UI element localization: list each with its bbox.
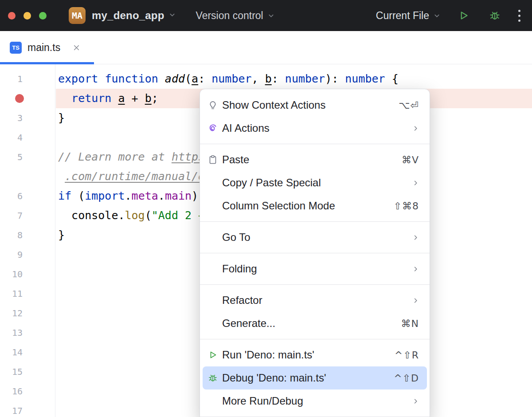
code-token: main (165, 189, 192, 202)
menu-item-column-selection-mode[interactable]: Column Selection Mode⇧⌘8 (200, 194, 430, 217)
breakpoint-icon[interactable] (15, 94, 24, 103)
menu-item-generate[interactable]: Generate...⌘N (200, 312, 430, 335)
menu-item-right: ⌥⏎ (399, 100, 419, 111)
close-window-button[interactable] (8, 12, 16, 20)
menu-item-debug-deno-main-ts[interactable]: Debug 'Deno: main.ts'^⇧D (203, 366, 427, 389)
run-icon (458, 9, 470, 22)
menu-item-shortcut: ⌘N (401, 318, 419, 329)
menu-item-ai-actions[interactable]: AI Actions (200, 117, 430, 140)
menu-item-go-to[interactable]: Go To (200, 226, 430, 249)
ide-window: MA my_deno_app Version control Current F… (0, 0, 532, 417)
menu-item-run-deno-main-ts[interactable]: Run 'Deno: main.ts'^⇧R (200, 343, 430, 366)
line-number[interactable]: 1 (0, 69, 55, 89)
menu-item-right: ^⇧D (394, 373, 419, 384)
code-token: . (158, 189, 165, 202)
code-token: import (85, 189, 125, 202)
menu-item-label: Folding (222, 263, 257, 275)
submenu-chevron-icon (412, 266, 419, 272)
code-token: b (145, 92, 152, 105)
context-menu: Show Context Actions⌥⏎AI ActionsPaste⌘VC… (200, 89, 430, 417)
code-token: b (265, 72, 272, 85)
debug-button[interactable] (487, 8, 502, 23)
run-button[interactable] (456, 8, 471, 23)
submenu-chevron-icon (412, 234, 419, 241)
menu-item-label: Show Context Actions (222, 99, 325, 111)
typescript-file-icon: TS (10, 42, 22, 54)
submenu-chevron-icon (412, 297, 419, 304)
code-token: , (252, 72, 265, 85)
code-token: + (125, 92, 145, 105)
code-line[interactable]: export function add(a: number, b: number… (56, 69, 532, 89)
code-token: ( (71, 189, 85, 202)
line-number[interactable]: 8 (0, 225, 55, 245)
menu-item-show-context-actions[interactable]: Show Context Actions⌥⏎ (200, 94, 430, 117)
gutter[interactable]: 134567891011121314151617 (0, 64, 55, 417)
menu-item-right: ⇧⌘8 (394, 201, 419, 212)
run-configuration-selector[interactable]: Current File (376, 10, 440, 22)
menu-item-shortcut: ⌘V (402, 154, 419, 165)
submenu-chevron-icon (412, 125, 419, 132)
code-token: // Learn more at (58, 150, 172, 163)
line-number[interactable]: 13 (0, 323, 55, 342)
no-icon (207, 177, 219, 189)
no-icon (207, 200, 219, 212)
no-icon (207, 232, 219, 243)
line-number[interactable]: 15 (0, 362, 55, 382)
menu-item-label: More Run/Debug (222, 395, 303, 407)
code-token: } (58, 111, 65, 124)
menu-separator (200, 339, 430, 339)
line-number[interactable]: 4 (0, 128, 55, 147)
debug-icon (207, 372, 219, 384)
menu-item-label: Run 'Deno: main.ts' (222, 349, 314, 361)
line-number[interactable] (0, 89, 55, 108)
more-icon (518, 10, 520, 12)
line-number[interactable] (0, 167, 55, 186)
minimize-window-button[interactable] (23, 12, 31, 20)
menu-item-right: ^⇧R (395, 350, 419, 361)
tab-main-ts[interactable]: TS main.ts (0, 31, 91, 64)
code-token (58, 170, 65, 183)
line-number[interactable]: 12 (0, 303, 55, 323)
maximize-window-button[interactable] (39, 12, 47, 20)
menu-item-label: Refactor (222, 294, 262, 307)
traffic-lights (8, 12, 47, 20)
project-name: my_deno_app (92, 9, 164, 22)
code-token (98, 72, 105, 85)
line-number[interactable]: 6 (0, 186, 55, 206)
line-number[interactable]: 3 (0, 108, 55, 128)
line-number[interactable]: 5 (0, 147, 55, 167)
vcs-selector[interactable]: Version control (196, 10, 274, 22)
close-tab-icon[interactable] (73, 44, 80, 51)
title-bar: MA my_deno_app Version control Current F… (0, 0, 532, 31)
code-token (158, 72, 165, 85)
no-icon (207, 295, 219, 306)
code-token: ): (325, 72, 345, 85)
code-token: } (58, 228, 65, 241)
line-number[interactable]: 16 (0, 382, 55, 401)
debug-icon (489, 9, 501, 22)
project-selector[interactable]: MA my_deno_app (69, 7, 176, 24)
run-configuration-label: Current File (376, 10, 429, 22)
more-actions-button[interactable] (518, 10, 520, 22)
menu-item-right: ⌘N (401, 318, 419, 329)
editor-tab-bar: TS main.ts (0, 31, 532, 64)
menu-item-label: AI Actions (222, 122, 270, 134)
code-token: . (125, 189, 132, 202)
line-number[interactable]: 9 (0, 245, 55, 264)
code-token: number (345, 72, 385, 85)
code-token: return (71, 92, 111, 105)
code-token: log (125, 209, 145, 222)
menu-item-folding[interactable]: Folding (200, 257, 430, 280)
line-number[interactable]: 11 (0, 284, 55, 303)
vcs-label: Version control (196, 10, 263, 22)
line-number[interactable]: 10 (0, 264, 55, 284)
line-number[interactable]: 14 (0, 342, 55, 362)
line-number[interactable]: 17 (0, 401, 55, 417)
menu-item-copy-paste-special[interactable]: Copy / Paste Special (200, 171, 430, 194)
menu-item-refactor[interactable]: Refactor (200, 289, 430, 312)
menu-item-more-run-debug[interactable]: More Run/Debug (200, 389, 430, 413)
menu-item-label: Debug 'Deno: main.ts' (222, 372, 326, 384)
menu-separator (200, 144, 430, 144)
line-number[interactable]: 7 (0, 206, 55, 225)
menu-item-paste[interactable]: Paste⌘V (200, 148, 430, 171)
